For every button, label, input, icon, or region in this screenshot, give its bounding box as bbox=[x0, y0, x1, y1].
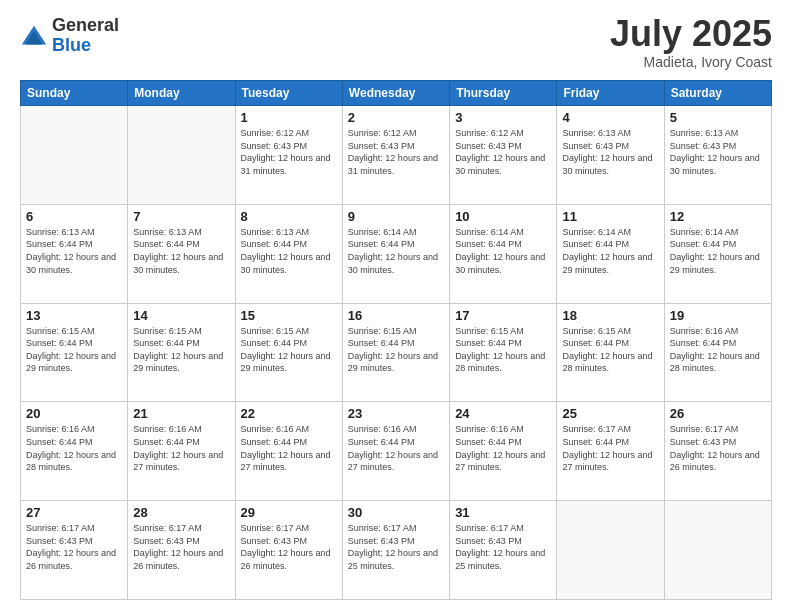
calendar-body: 1Sunrise: 6:12 AMSunset: 6:43 PMDaylight… bbox=[21, 106, 772, 600]
day-cell: 30Sunrise: 6:17 AMSunset: 6:43 PMDayligh… bbox=[342, 501, 449, 600]
page: General Blue July 2025 Madieta, Ivory Co… bbox=[0, 0, 792, 612]
day-cell: 11Sunrise: 6:14 AMSunset: 6:44 PMDayligh… bbox=[557, 204, 664, 303]
logo-text: General Blue bbox=[52, 16, 119, 56]
day-cell: 1Sunrise: 6:12 AMSunset: 6:43 PMDaylight… bbox=[235, 106, 342, 205]
day-number: 30 bbox=[348, 505, 444, 520]
day-info: Sunrise: 6:15 AMSunset: 6:44 PMDaylight:… bbox=[562, 325, 658, 375]
day-cell: 25Sunrise: 6:17 AMSunset: 6:44 PMDayligh… bbox=[557, 402, 664, 501]
day-cell: 16Sunrise: 6:15 AMSunset: 6:44 PMDayligh… bbox=[342, 303, 449, 402]
day-info: Sunrise: 6:17 AMSunset: 6:43 PMDaylight:… bbox=[348, 522, 444, 572]
day-number: 26 bbox=[670, 406, 766, 421]
day-number: 13 bbox=[26, 308, 122, 323]
day-info: Sunrise: 6:16 AMSunset: 6:44 PMDaylight:… bbox=[133, 423, 229, 473]
day-info: Sunrise: 6:16 AMSunset: 6:44 PMDaylight:… bbox=[26, 423, 122, 473]
day-cell: 19Sunrise: 6:16 AMSunset: 6:44 PMDayligh… bbox=[664, 303, 771, 402]
day-info: Sunrise: 6:14 AMSunset: 6:44 PMDaylight:… bbox=[562, 226, 658, 276]
day-info: Sunrise: 6:12 AMSunset: 6:43 PMDaylight:… bbox=[455, 127, 551, 177]
day-cell bbox=[21, 106, 128, 205]
day-cell: 17Sunrise: 6:15 AMSunset: 6:44 PMDayligh… bbox=[450, 303, 557, 402]
day-number: 9 bbox=[348, 209, 444, 224]
day-number: 31 bbox=[455, 505, 551, 520]
day-cell: 26Sunrise: 6:17 AMSunset: 6:43 PMDayligh… bbox=[664, 402, 771, 501]
day-cell: 20Sunrise: 6:16 AMSunset: 6:44 PMDayligh… bbox=[21, 402, 128, 501]
day-info: Sunrise: 6:12 AMSunset: 6:43 PMDaylight:… bbox=[241, 127, 337, 177]
day-number: 15 bbox=[241, 308, 337, 323]
weekday-header-monday: Monday bbox=[128, 81, 235, 106]
day-number: 8 bbox=[241, 209, 337, 224]
day-info: Sunrise: 6:17 AMSunset: 6:43 PMDaylight:… bbox=[26, 522, 122, 572]
day-cell: 9Sunrise: 6:14 AMSunset: 6:44 PMDaylight… bbox=[342, 204, 449, 303]
day-cell: 22Sunrise: 6:16 AMSunset: 6:44 PMDayligh… bbox=[235, 402, 342, 501]
day-number: 11 bbox=[562, 209, 658, 224]
day-info: Sunrise: 6:14 AMSunset: 6:44 PMDaylight:… bbox=[670, 226, 766, 276]
day-number: 29 bbox=[241, 505, 337, 520]
day-info: Sunrise: 6:15 AMSunset: 6:44 PMDaylight:… bbox=[348, 325, 444, 375]
day-cell: 27Sunrise: 6:17 AMSunset: 6:43 PMDayligh… bbox=[21, 501, 128, 600]
day-cell: 12Sunrise: 6:14 AMSunset: 6:44 PMDayligh… bbox=[664, 204, 771, 303]
day-cell: 5Sunrise: 6:13 AMSunset: 6:43 PMDaylight… bbox=[664, 106, 771, 205]
day-cell: 31Sunrise: 6:17 AMSunset: 6:43 PMDayligh… bbox=[450, 501, 557, 600]
day-cell: 6Sunrise: 6:13 AMSunset: 6:44 PMDaylight… bbox=[21, 204, 128, 303]
day-number: 7 bbox=[133, 209, 229, 224]
day-number: 5 bbox=[670, 110, 766, 125]
header: General Blue July 2025 Madieta, Ivory Co… bbox=[20, 16, 772, 70]
week-row-1: 1Sunrise: 6:12 AMSunset: 6:43 PMDaylight… bbox=[21, 106, 772, 205]
day-info: Sunrise: 6:17 AMSunset: 6:43 PMDaylight:… bbox=[670, 423, 766, 473]
day-info: Sunrise: 6:13 AMSunset: 6:44 PMDaylight:… bbox=[241, 226, 337, 276]
calendar-header: SundayMondayTuesdayWednesdayThursdayFrid… bbox=[21, 81, 772, 106]
day-info: Sunrise: 6:15 AMSunset: 6:44 PMDaylight:… bbox=[133, 325, 229, 375]
day-info: Sunrise: 6:13 AMSunset: 6:43 PMDaylight:… bbox=[670, 127, 766, 177]
day-cell: 24Sunrise: 6:16 AMSunset: 6:44 PMDayligh… bbox=[450, 402, 557, 501]
day-number: 22 bbox=[241, 406, 337, 421]
week-row-5: 27Sunrise: 6:17 AMSunset: 6:43 PMDayligh… bbox=[21, 501, 772, 600]
day-info: Sunrise: 6:16 AMSunset: 6:44 PMDaylight:… bbox=[455, 423, 551, 473]
day-info: Sunrise: 6:17 AMSunset: 6:43 PMDaylight:… bbox=[455, 522, 551, 572]
day-info: Sunrise: 6:17 AMSunset: 6:43 PMDaylight:… bbox=[133, 522, 229, 572]
day-number: 28 bbox=[133, 505, 229, 520]
day-cell: 21Sunrise: 6:16 AMSunset: 6:44 PMDayligh… bbox=[128, 402, 235, 501]
day-number: 21 bbox=[133, 406, 229, 421]
day-cell: 29Sunrise: 6:17 AMSunset: 6:43 PMDayligh… bbox=[235, 501, 342, 600]
day-number: 17 bbox=[455, 308, 551, 323]
day-number: 19 bbox=[670, 308, 766, 323]
day-number: 4 bbox=[562, 110, 658, 125]
calendar: SundayMondayTuesdayWednesdayThursdayFrid… bbox=[20, 80, 772, 600]
day-info: Sunrise: 6:17 AMSunset: 6:43 PMDaylight:… bbox=[241, 522, 337, 572]
day-number: 12 bbox=[670, 209, 766, 224]
day-cell: 13Sunrise: 6:15 AMSunset: 6:44 PMDayligh… bbox=[21, 303, 128, 402]
day-number: 25 bbox=[562, 406, 658, 421]
day-cell bbox=[128, 106, 235, 205]
day-info: Sunrise: 6:13 AMSunset: 6:43 PMDaylight:… bbox=[562, 127, 658, 177]
day-cell bbox=[557, 501, 664, 600]
day-number: 2 bbox=[348, 110, 444, 125]
logo-blue: Blue bbox=[52, 36, 119, 56]
day-number: 18 bbox=[562, 308, 658, 323]
weekday-row: SundayMondayTuesdayWednesdayThursdayFrid… bbox=[21, 81, 772, 106]
week-row-4: 20Sunrise: 6:16 AMSunset: 6:44 PMDayligh… bbox=[21, 402, 772, 501]
day-number: 23 bbox=[348, 406, 444, 421]
location: Madieta, Ivory Coast bbox=[610, 54, 772, 70]
day-number: 27 bbox=[26, 505, 122, 520]
day-cell: 18Sunrise: 6:15 AMSunset: 6:44 PMDayligh… bbox=[557, 303, 664, 402]
day-number: 14 bbox=[133, 308, 229, 323]
day-info: Sunrise: 6:15 AMSunset: 6:44 PMDaylight:… bbox=[455, 325, 551, 375]
logo-icon bbox=[20, 22, 48, 50]
day-number: 20 bbox=[26, 406, 122, 421]
month-title: July 2025 bbox=[610, 16, 772, 52]
weekday-header-wednesday: Wednesday bbox=[342, 81, 449, 106]
logo: General Blue bbox=[20, 16, 119, 56]
day-cell: 10Sunrise: 6:14 AMSunset: 6:44 PMDayligh… bbox=[450, 204, 557, 303]
day-cell: 15Sunrise: 6:15 AMSunset: 6:44 PMDayligh… bbox=[235, 303, 342, 402]
day-number: 1 bbox=[241, 110, 337, 125]
day-info: Sunrise: 6:16 AMSunset: 6:44 PMDaylight:… bbox=[348, 423, 444, 473]
day-number: 24 bbox=[455, 406, 551, 421]
day-info: Sunrise: 6:14 AMSunset: 6:44 PMDaylight:… bbox=[455, 226, 551, 276]
week-row-3: 13Sunrise: 6:15 AMSunset: 6:44 PMDayligh… bbox=[21, 303, 772, 402]
weekday-header-tuesday: Tuesday bbox=[235, 81, 342, 106]
day-info: Sunrise: 6:16 AMSunset: 6:44 PMDaylight:… bbox=[670, 325, 766, 375]
day-number: 16 bbox=[348, 308, 444, 323]
weekday-header-thursday: Thursday bbox=[450, 81, 557, 106]
weekday-header-saturday: Saturday bbox=[664, 81, 771, 106]
day-cell: 4Sunrise: 6:13 AMSunset: 6:43 PMDaylight… bbox=[557, 106, 664, 205]
day-cell bbox=[664, 501, 771, 600]
